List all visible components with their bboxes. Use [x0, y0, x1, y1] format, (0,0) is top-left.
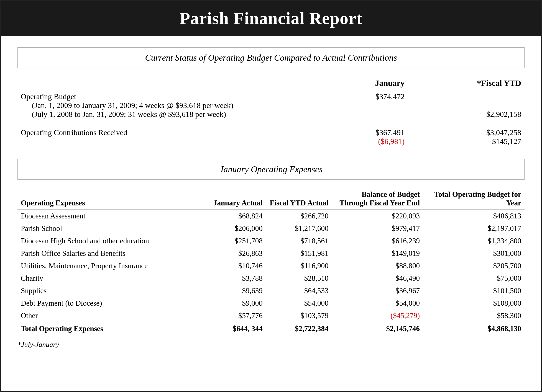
- expense-jan-4: $10,746: [200, 260, 266, 272]
- expenses-data-row: Other $57,776 $103,579 ($45,279) $58,300: [17, 310, 525, 322]
- expense-total-jan: $644, 344: [200, 322, 266, 335]
- expenses-data-row: Charity $3,788 $28,510 $46,490 $75,000: [17, 272, 525, 285]
- expense-name-7: Debt Payment (to Diocese): [17, 297, 200, 310]
- operating-budget-sub2: (July 1, 2008 to Jan. 31, 2009; 31 weeks…: [21, 110, 226, 118]
- section2-box: January Operating Expenses: [17, 159, 525, 180]
- expense-balance-3: $149,019: [332, 247, 423, 260]
- expenses-col-name-header: Operating Expenses: [17, 188, 200, 210]
- budget-label-operating: Operating Budget (Jan. 1, 2009 to Januar…: [17, 91, 296, 120]
- expense-jan-6: $9,639: [200, 285, 266, 297]
- expense-name-5: Charity: [17, 272, 200, 285]
- page-title: Parish Financial Report: [12, 9, 530, 28]
- contributions-ytd: $3,047,258 $145,127: [408, 120, 525, 148]
- budget-header-row: January *Fiscal YTD: [17, 77, 525, 91]
- expense-name-3: Parish Office Salaries and Benefits: [17, 247, 200, 260]
- expenses-col-ytd-actual-header: Fiscal YTD Actual: [266, 188, 332, 210]
- operating-budget-sub1: (Jan. 1, 2009 to January 31, 2009; 4 wee…: [21, 101, 233, 110]
- budget-col-jan-header: January: [296, 77, 408, 91]
- expenses-data-row: Parish Office Salaries and Benefits $26,…: [17, 247, 525, 260]
- expense-jan-1: $206,000: [200, 222, 266, 235]
- page-content: Current Status of Operating Budget Compa…: [1, 36, 541, 391]
- contributions-jan-diff: ($6,981): [378, 137, 405, 146]
- expenses-header-row: Operating Expenses January Actual Fiscal…: [17, 188, 525, 210]
- expense-total-2: $1,334,800: [423, 235, 525, 247]
- expense-name-4: Utilities, Maintenance, Property Insuran…: [17, 260, 200, 272]
- contributions-jan-value: $367,491: [375, 128, 405, 137]
- expenses-total-row: Total Operating Expenses $644, 344 $2,72…: [17, 322, 525, 335]
- footnote: *July-January: [17, 341, 525, 349]
- expenses-data-row: Supplies $9,639 $64,533 $36,967 $101,500: [17, 285, 525, 297]
- expense-balance-0: $220,093: [332, 210, 423, 223]
- expenses-col-balance-header: Balance of Budget Through Fiscal Year En…: [332, 188, 423, 210]
- expense-jan-7: $9,000: [200, 297, 266, 310]
- expense-total-name: Total Operating Expenses: [17, 322, 200, 335]
- expense-name-1: Parish School: [17, 222, 200, 235]
- expense-balance-4: $88,800: [332, 260, 423, 272]
- contributions-ytd-value: $3,047,258: [486, 128, 521, 137]
- expense-total-4: $205,700: [423, 260, 525, 272]
- expense-total-6: $101,500: [423, 285, 525, 297]
- page-header: Parish Financial Report: [1, 1, 541, 36]
- expense-jan-5: $3,788: [200, 272, 266, 285]
- budget-row-operating: Operating Budget (Jan. 1, 2009 to Januar…: [17, 91, 525, 120]
- expense-total-3: $301,000: [423, 247, 525, 260]
- expense-jan-2: $251,708: [200, 235, 266, 247]
- contributions-label: Operating Contributions Received: [17, 120, 296, 148]
- expense-total-budget: $4,868,130: [423, 322, 525, 335]
- expenses-data-row: Diocesan Assessment $68,824 $266,720 $22…: [17, 210, 525, 223]
- expense-ytd-2: $718,561: [266, 235, 332, 247]
- expense-jan-3: $26,863: [200, 247, 266, 260]
- expense-total-7: $108,000: [423, 297, 525, 310]
- contributions-jan: $367,491 ($6,981): [296, 120, 408, 148]
- expense-total-8: $58,300: [423, 310, 525, 322]
- expense-name-0: Diocesan Assessment: [17, 210, 200, 223]
- expense-balance-1: $979,417: [332, 222, 423, 235]
- expense-name-2: Diocesan High School and other education: [17, 235, 200, 247]
- expense-total-0: $486,813: [423, 210, 525, 223]
- budget-table: January *Fiscal YTD Operating Budget (Ja…: [17, 77, 525, 148]
- expense-jan-0: $68,824: [200, 210, 266, 223]
- expense-ytd-3: $151,981: [266, 247, 332, 260]
- budget-ytd-value: $2,902,158: [408, 91, 525, 120]
- expense-name-6: Supplies: [17, 285, 200, 297]
- expense-total-1: $2,197,017: [423, 222, 525, 235]
- expenses-data-row: Parish School $206,000 $1,217,600 $979,4…: [17, 222, 525, 235]
- expense-balance-5: $46,490: [332, 272, 423, 285]
- expense-ytd-6: $64,533: [266, 285, 332, 297]
- section2-title: January Operating Expenses: [26, 164, 516, 174]
- budget-row-contributions: Operating Contributions Received $367,49…: [17, 120, 525, 148]
- budget-ytd-sub2: $2,902,158: [486, 110, 521, 118]
- expense-ytd-8: $103,579: [266, 310, 332, 322]
- expense-ytd-1: $1,217,600: [266, 222, 332, 235]
- expense-total-balance: $2,145,746: [332, 322, 423, 335]
- expense-balance-2: $616,239: [332, 235, 423, 247]
- operating-budget-label: Operating Budget: [21, 92, 76, 101]
- expenses-data-row: Utilities, Maintenance, Property Insuran…: [17, 260, 525, 272]
- expense-ytd-5: $28,510: [266, 272, 332, 285]
- expense-balance-6: $36,967: [332, 285, 423, 297]
- page-wrapper: Parish Financial Report Current Status o…: [0, 0, 542, 392]
- expense-jan-8: $57,776: [200, 310, 266, 322]
- expenses-col-total-budget-header: Total Operating Budget for Year: [423, 188, 525, 210]
- expense-ytd-4: $116,900: [266, 260, 332, 272]
- expenses-data-row: Debt Payment (to Diocese) $9,000 $54,000…: [17, 297, 525, 310]
- section1-title: Current Status of Operating Budget Compa…: [26, 53, 516, 63]
- budget-col-label-header: [17, 77, 296, 91]
- expense-total-5: $75,000: [423, 272, 525, 285]
- expense-ytd-7: $54,000: [266, 297, 332, 310]
- expense-ytd-0: $266,720: [266, 210, 332, 223]
- expense-balance-7: $54,000: [332, 297, 423, 310]
- expenses-data-row: Diocesan High School and other education…: [17, 235, 525, 247]
- expense-name-8: Other: [17, 310, 200, 322]
- budget-col-ytd-header: *Fiscal YTD: [408, 77, 525, 91]
- section1-box: Current Status of Operating Budget Compa…: [17, 47, 525, 68]
- expense-total-ytd: $2,722,384: [266, 322, 332, 335]
- expenses-col-jan-actual-header: January Actual: [200, 188, 266, 210]
- expenses-table: Operating Expenses January Actual Fiscal…: [17, 188, 525, 335]
- budget-jan-value: $374,472: [296, 91, 408, 120]
- expense-balance-8: ($45,279): [332, 310, 423, 322]
- contributions-ytd-diff: $145,127: [492, 137, 521, 146]
